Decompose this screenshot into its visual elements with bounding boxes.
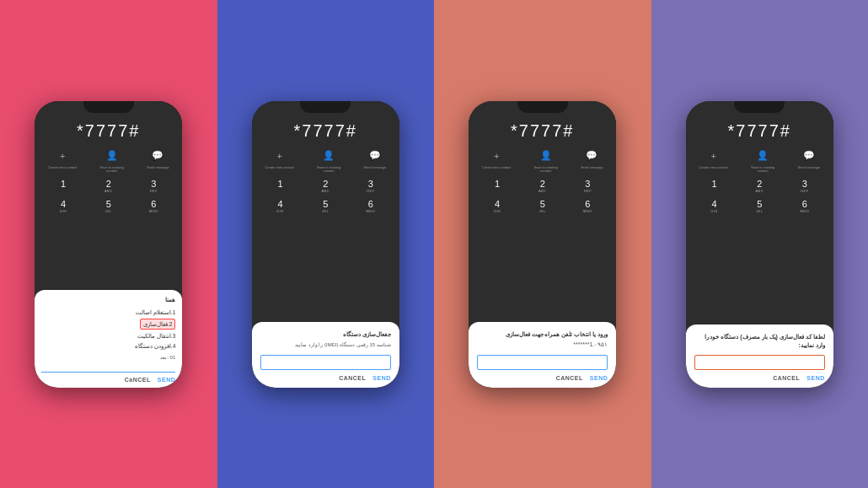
key-4-1[interactable]: 1 [693,177,737,196]
dialog-buttons-3: CANCEL SEND [477,375,608,381]
create-contact-icon-3: + Create new contact [482,147,511,174]
panel-3: *7777# + Create new contact 👤 Save to ex… [434,0,651,488]
panel-2: *7777# + Create new contact 👤 Save to ex… [217,0,435,488]
notch-4 [734,101,785,113]
action-icons-4: + Create new contact 👤 Save to existing … [686,141,833,178]
save-contact-icon: 👤 Save to existing contact [97,147,127,174]
cancel-button-2[interactable]: CANCEL [339,375,366,381]
key-4[interactable]: 4GHI [41,197,85,216]
key-1[interactable]: 1 [41,177,85,196]
key-3-4[interactable]: 4GHI [475,197,519,216]
menu-item-2: 2.فعال‌سازی [41,317,175,330]
panel-1: *7777# + Create new contact 👤 Save to ex… [0,0,217,488]
menu-item-4: 4.افزودن دستگاه [41,341,175,351]
key-2-1[interactable]: 1 [259,177,303,196]
key-2-3[interactable]: 3DEF [349,177,393,196]
dialog-buttons-1: CaNCEL SEND [41,377,175,383]
key-2-2[interactable]: 2ABC [303,177,347,196]
key-4-3[interactable]: 3DEF [783,177,827,196]
key-3-3[interactable]: 3DEF [566,177,610,196]
key-3-2[interactable]: 2ABC [521,177,565,196]
dial-pad-4: 1 2ABC 3DEF 4GHI 5JKL 6MNO [686,177,833,216]
dial-pad-2: 1 2ABC 3DEF 4GHI 5JKL 6MNO [252,177,399,216]
phone-screen-4: *7777# + Create new contact 👤 Save to ex… [686,101,833,388]
key-3-1[interactable]: 1 [475,177,519,196]
panel-4: *7777# + Create new contact 👤 Save to ex… [651,0,869,488]
cancel-button-1[interactable]: CaNCEL [125,377,151,383]
save-contact-icon-3: 👤 Save to existing contact [531,147,561,174]
phone-screen-3: *7777# + Create new contact 👤 Save to ex… [469,101,616,388]
menu-dialog-1: همنا 1.استعلام اصالت 2.فعال‌سازی 3.انتقا… [35,290,182,387]
key-4-2[interactable]: 2ABC [737,177,781,196]
key-4-6[interactable]: 6MNO [783,197,827,216]
send-button-1[interactable]: SEND [158,377,175,383]
prefilled-number: 1.۰۹۵۱******* [477,341,608,348]
create-contact-icon: + Create new contact [48,147,77,174]
dialog-overlay-3: ورود یا انتخاب تلفن همراه جهت فعال‌سازی … [469,322,616,387]
key-4-5[interactable]: 5JKL [737,197,781,216]
menu-item-1: 1.استعلام اصالت [41,307,175,317]
dialog-buttons-2: CANCEL SEND [260,375,391,381]
dialog-title-4: لطفا کد فعال‌سازی (یک بار مصرف) دستگاه خ… [694,333,825,350]
send-message-icon-3: 💬 Send message [581,147,603,174]
menu-input-row [41,362,175,373]
send-message-icon: 💬 Send message [147,147,169,174]
dialog-input-3[interactable] [477,355,608,370]
dialog-input-4[interactable] [694,355,825,370]
dialog-overlay-4: لطفا کد فعال‌سازی (یک بار مصرف) دستگاه خ… [686,324,833,387]
dialog-buttons-4: CANCEL SEND [694,375,825,381]
dial-pad-3: 1 2ABC 3DEF 4GHI 5JKL 6MNO [469,177,616,216]
dial-pad-1: 1 2ABC 3DEF 4GHI 5JKL 6MNO [35,177,182,216]
action-icons-1: + Create new contact 👤 Save to existing … [35,141,182,178]
send-button-2[interactable]: SEND [372,375,390,381]
create-contact-icon-4: + Create new contact [699,147,727,174]
dialog-title-3: ورود یا انتخاب تلفن همراه جهت فعال‌سازی [477,330,608,339]
menu-timer: 01 :بعد [41,354,175,360]
cancel-button-4[interactable]: CANCEL [773,375,800,381]
action-icons-3: + Create new contact 👤 Save to existing … [469,141,616,178]
phone-screen-1: *7777# + Create new contact 👤 Save to ex… [35,101,182,388]
phone-4: *7777# + Create new contact 👤 Save to ex… [686,101,833,388]
send-message-icon-2: 💬 Send message [363,147,386,174]
phone-3: *7777# + Create new contact 👤 Save to ex… [469,101,616,388]
menu-header: همنا [41,297,175,303]
dialog-overlay-2: جفعال‌سازی دستگاه شناسه 15 رقمی دستگاه (… [252,322,399,388]
create-contact-icon-2: + Create new contact [265,147,293,174]
key-2-4[interactable]: 4GHI [259,197,303,216]
phone-screen-2: *7777# + Create new contact 👤 Save to ex… [252,101,399,388]
key-3[interactable]: 3DEF [132,177,176,196]
key-4-4[interactable]: 4GHI [693,197,737,216]
send-button-3[interactable]: SEND [590,375,608,381]
key-3-5[interactable]: 5JKL [521,197,565,216]
menu-item-3: 3.انتقال مالکیت [41,330,175,341]
key-6[interactable]: 6MNO [132,197,176,216]
key-2-6[interactable]: 6MNO [349,197,393,216]
phone-2: *7777# + Create new contact 👤 Save to ex… [252,101,399,388]
cancel-button-3[interactable]: CANCEL [556,375,583,381]
menu-input[interactable] [41,362,175,373]
notch-2 [300,101,351,113]
notch-1 [83,101,134,113]
notch-3 [517,101,568,113]
key-5[interactable]: 5JKL [87,197,131,216]
key-3-6[interactable]: 6MNO [566,197,610,216]
dialog-title-2: جفعال‌سازی دستگاه [260,330,391,339]
key-2[interactable]: 2ABC [87,177,131,196]
phone-1: *7777# + Create new contact 👤 Save to ex… [35,101,182,388]
key-2-5[interactable]: 5JKL [303,197,347,216]
save-contact-icon-2: 👤 Save to existing contact [313,147,344,174]
dialog-input-2[interactable] [260,355,391,370]
send-button-4[interactable]: SEND [806,375,824,381]
action-icons-2: + Create new contact 👤 Save to existing … [252,141,399,178]
dialog-subtitle-2: شناسه 15 رقمی دستگاه (IMEI) را وارد نمای… [260,341,391,348]
save-contact-icon-4: 👤 Save to existing contact [747,147,778,174]
send-message-icon-4: 💬 Send message [797,147,820,174]
